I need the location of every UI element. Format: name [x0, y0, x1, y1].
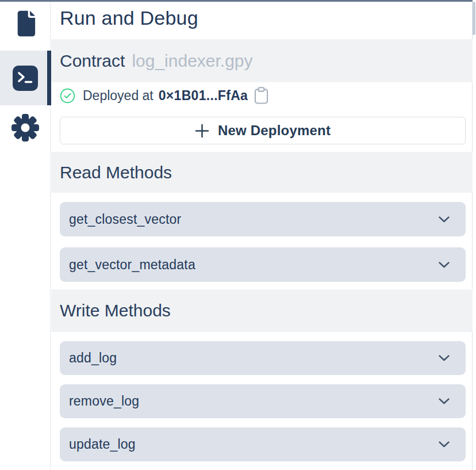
read-methods-header: Read Methods	[51, 152, 473, 193]
top-accent-bar	[0, 0, 473, 2]
sidebar-item-settings[interactable]	[0, 111, 51, 144]
method-label: remove_log	[69, 393, 139, 409]
sidebar-item-files[interactable]	[0, 6, 51, 40]
method-dropdown-remove-log[interactable]: remove_log	[60, 384, 466, 418]
method-label: add_log	[69, 350, 117, 366]
method-label: update_log	[69, 437, 136, 452]
plus-icon	[195, 124, 209, 138]
contract-label: Contract	[60, 51, 125, 71]
write-methods-header: Write Methods	[51, 289, 473, 332]
activity-sidebar	[0, 2, 51, 470]
chevron-down-icon	[439, 262, 450, 268]
contract-header: Contract log_indexer.gpy	[51, 39, 473, 82]
deployed-address: 0×1B01...FfAa	[159, 88, 248, 104]
chevron-down-icon	[439, 398, 450, 404]
method-dropdown-update-log[interactable]: update_log	[60, 427, 466, 461]
chevron-down-icon	[439, 441, 450, 448]
contract-filename: log_indexer.gpy	[132, 51, 252, 71]
terminal-icon	[13, 66, 38, 91]
scrollbar-thumb[interactable]	[473, 2, 475, 35]
deployment-status-row: Deployed at 0×1B01...FfAa	[60, 85, 466, 106]
method-dropdown-add-log[interactable]: add_log	[60, 341, 466, 375]
method-dropdown-get-closest-vector[interactable]: get_closest_vector	[60, 202, 466, 236]
deployed-at-label: Deployed at	[83, 88, 153, 104]
write-methods-title: Write Methods	[60, 301, 171, 320]
file-icon	[14, 10, 36, 37]
chevron-down-icon	[439, 216, 450, 223]
gear-icon	[11, 113, 40, 142]
clipboard-icon	[254, 87, 268, 104]
method-dropdown-get-vector-metadata[interactable]: get_vector_metadata	[60, 247, 466, 282]
page-title: Run and Debug	[60, 5, 198, 31]
chevron-down-icon	[439, 355, 450, 361]
new-deployment-label: New Deployment	[218, 123, 331, 139]
method-label: get_vector_metadata	[69, 257, 195, 273]
read-methods-title: Read Methods	[60, 163, 172, 182]
copy-address-button[interactable]	[254, 87, 268, 104]
check-circle-icon	[60, 88, 75, 104]
method-label: get_closest_vector	[69, 212, 181, 227]
new-deployment-button[interactable]: New Deployment	[60, 117, 466, 144]
sidebar-item-terminal[interactable]	[0, 51, 51, 105]
